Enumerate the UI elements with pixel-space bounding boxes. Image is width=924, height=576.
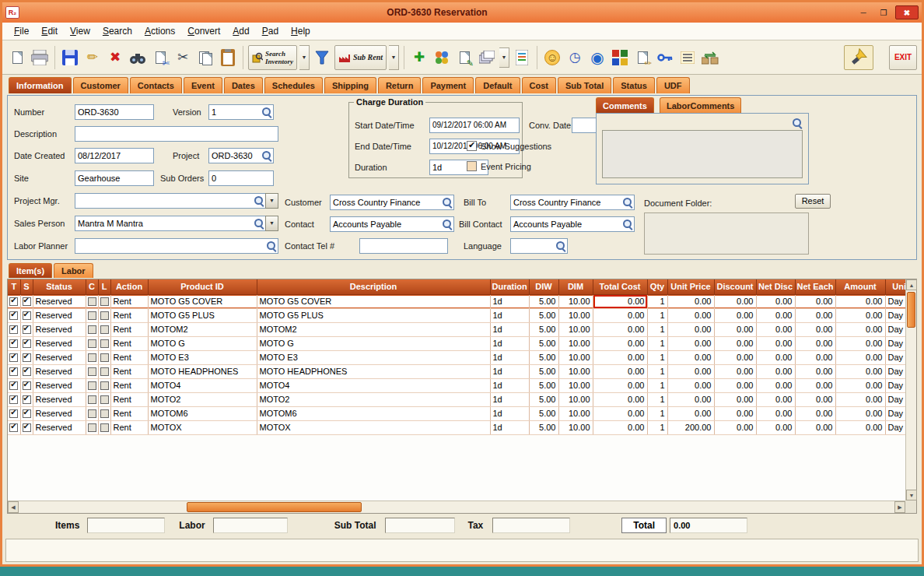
cell-total-cost[interactable]: 0.00 [593,406,647,420]
project-mgr-dropdown-icon[interactable] [265,193,278,209]
table-row[interactable]: Reserved Rent MOTOM2 MOTOM2 1d 5.00 10.0… [8,322,905,336]
cell-dim[interactable]: 10.00 [558,392,593,406]
column-header-diw[interactable]: DIW [529,279,558,294]
cell-l-checkbox[interactable] [98,350,110,364]
cell-unit[interactable]: Day [885,364,905,378]
cell-amount[interactable]: 0.00 [835,364,885,378]
list-icon[interactable] [677,47,698,68]
cell-l-checkbox[interactable] [98,406,110,420]
sub-orders-field[interactable]: 0 [208,170,274,186]
cell-qty[interactable]: 1 [647,308,667,322]
cell-amount[interactable]: 0.00 [835,336,885,350]
copy-icon[interactable] [195,47,215,68]
cell-amount[interactable]: 0.00 [835,378,885,392]
table-row[interactable]: Reserved Rent MOTO G MOTO G 1d 5.00 10.0… [8,336,905,350]
cell-net-disc[interactable]: 0.00 [756,406,795,420]
cell-unit[interactable]: Day [885,350,905,364]
scroll-right-icon[interactable]: ▶ [894,501,905,513]
cell-product-id[interactable]: MOTO E3 [148,350,257,364]
cell-amount[interactable]: 0.00 [835,322,885,336]
column-header-l[interactable]: L [98,279,110,294]
cell-total-cost[interactable]: 0.00 [593,350,647,364]
cell-action[interactable]: Rent [110,336,148,350]
cell-net-each[interactable]: 0.00 [795,336,835,350]
cards-icon[interactable] [477,47,497,68]
cell-product-id[interactable]: MOTO G5 PLUS [148,308,257,322]
cell-l-checkbox[interactable] [98,392,110,406]
column-header-unit[interactable]: Unit [885,279,905,294]
cell-c-checkbox[interactable] [86,308,98,322]
column-header-net-each[interactable]: Net Each [795,279,835,294]
cell-diw[interactable]: 5.00 [529,392,558,406]
table-row[interactable]: Reserved Rent MOTOM6 MOTOM6 1d 5.00 10.0… [8,406,905,420]
cell-discount[interactable]: 0.00 [714,392,756,406]
cell-unit[interactable]: Day [885,420,905,434]
cell-net-disc[interactable]: 0.00 [756,294,795,308]
column-header-s[interactable]: S [20,279,33,294]
cell-s-checkbox[interactable] [20,322,33,336]
tab-labor[interactable]: Labor [54,263,93,278]
tab-customer[interactable]: Customer [73,77,128,93]
cell-net-disc[interactable]: 0.00 [756,364,795,378]
column-header-qty[interactable]: Qty [647,279,667,294]
cell-description[interactable]: MOTO G5 COVER [257,294,490,308]
cell-status[interactable]: Reserved [33,392,86,406]
cell-discount[interactable]: 0.00 [714,322,756,336]
cell-diw[interactable]: 5.00 [529,294,558,308]
tab-default[interactable]: Default [475,77,520,93]
cell-qty[interactable]: 1 [647,378,667,392]
minimize-button[interactable]: ─ [855,5,872,19]
table-row[interactable]: Reserved Rent MOTO4 MOTO4 1d 5.00 10.00 … [8,378,905,392]
project-field[interactable]: ORD-3630 [208,148,274,163]
table-row[interactable]: Reserved Rent MOTO G5 COVER MOTO G5 COVE… [8,294,905,308]
language-field[interactable] [510,238,568,254]
cut-page-icon[interactable]: ✄ [150,47,170,68]
tab-comments[interactable]: Comments [596,97,654,113]
bill-to-field[interactable]: Cross Country Finance [510,195,635,210]
cell-unit[interactable]: Day [885,336,905,350]
cell-net-each[interactable]: 0.00 [795,308,835,322]
cell-action[interactable]: Rent [110,378,148,392]
cell-unit-price[interactable]: 0.00 [667,392,714,406]
project-mgr-search-icon[interactable] [254,195,264,206]
cell-s-checkbox[interactable] [20,364,33,378]
column-header-t[interactable]: T [8,279,20,294]
cell-action[interactable]: Rent [110,308,148,322]
cell-net-disc[interactable]: 0.00 [756,322,795,336]
cell-description[interactable]: MOTOX [257,420,490,434]
cell-discount[interactable]: 0.00 [714,364,756,378]
cell-dim[interactable]: 10.00 [558,322,593,336]
bill-contact-field[interactable]: Accounts Payable [510,216,635,232]
cell-description[interactable]: MOTO G5 PLUS [257,308,490,322]
cell-diw[interactable]: 5.00 [529,378,558,392]
cell-description[interactable]: MOTO E3 [257,350,490,364]
cell-status[interactable]: Reserved [33,406,86,420]
cell-diw[interactable]: 5.00 [529,336,558,350]
cell-description[interactable]: MOTOM6 [257,406,490,420]
edit-pencil-icon[interactable]: ✏ [82,47,103,68]
cell-unit-price[interactable]: 0.00 [667,336,714,350]
cell-amount[interactable]: 0.00 [835,308,885,322]
menu-convert[interactable]: Convert [182,24,226,38]
cell-duration[interactable]: 1d [490,378,529,392]
contact-tel-field[interactable] [359,238,448,254]
cell-l-checkbox[interactable] [98,364,110,378]
cell-product-id[interactable]: MOTOX [148,420,257,434]
cell-discount[interactable]: 0.00 [714,294,756,308]
cell-unit[interactable]: Day [885,378,905,392]
horizontal-scrollbar[interactable]: ◀ ▶ [8,500,905,513]
cell-unit-price[interactable]: 0.00 [667,322,714,336]
cell-action[interactable]: Rent [110,322,148,336]
tax-field[interactable] [492,518,570,533]
save-icon[interactable] [60,47,80,68]
cards-dropdown-icon[interactable] [499,47,509,68]
scroll-up-icon[interactable]: ▲ [906,279,917,290]
cell-l-checkbox[interactable] [98,420,110,434]
tab-event[interactable]: Event [184,77,222,93]
transfer-boxes-icon[interactable] [700,47,720,68]
cell-product-id[interactable]: MOTO HEADPHONES [148,364,257,378]
cell-net-each[interactable]: 0.00 [795,420,835,434]
column-header-dim[interactable]: DIM [558,279,593,294]
cell-total-cost[interactable]: 0.00 [593,392,647,406]
cubes-icon[interactable] [610,47,630,68]
